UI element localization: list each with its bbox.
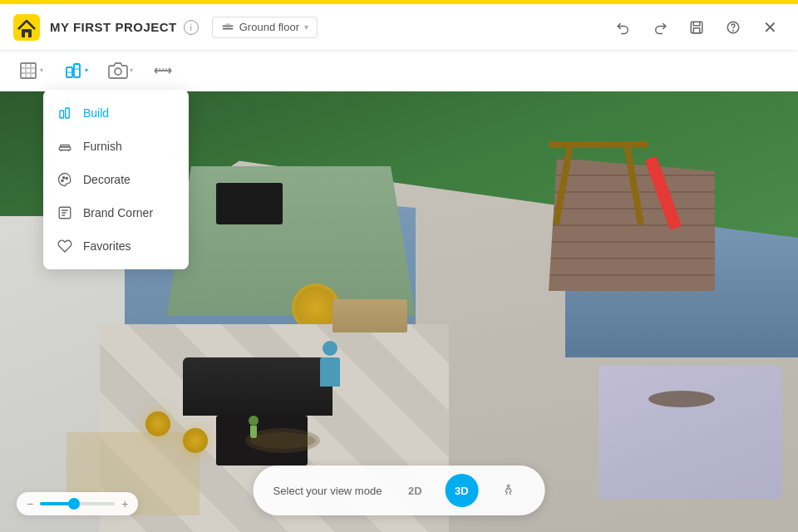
- dresser: [332, 299, 407, 332]
- header-actions: ✕: [608, 12, 785, 42]
- view-mode-bar: Select your view mode 2D 3D: [254, 466, 545, 515]
- pendant-light-1: [145, 411, 170, 436]
- menu-item-furnish[interactable]: Furnish: [43, 130, 189, 163]
- save-button[interactable]: [682, 12, 712, 42]
- decorate-icon: [57, 171, 73, 188]
- brand-icon: [57, 204, 73, 221]
- view-walk-button[interactable]: [491, 474, 525, 507]
- sofa: [183, 357, 332, 416]
- bedroom-fan: [648, 391, 715, 407]
- zoom-thumb[interactable]: [68, 498, 80, 510]
- svg-point-11: [115, 68, 121, 75]
- zoom-in-icon[interactable]: +: [121, 497, 128, 510]
- project-title: MY FIRST PROJECT: [50, 20, 177, 34]
- menu-furnish-label: Furnish: [83, 140, 122, 153]
- playground: [549, 141, 648, 249]
- menu-build-label: Build: [83, 106, 109, 120]
- pendant-light-2: [183, 428, 208, 453]
- svg-rect-15: [61, 145, 70, 147]
- favorites-icon: [57, 238, 73, 254]
- furnish-icon: [57, 138, 73, 155]
- menu-item-build[interactable]: Build: [43, 96, 189, 130]
- view-2d-button[interactable]: 2D: [398, 474, 431, 507]
- view-3d-button[interactable]: 3D: [445, 474, 478, 507]
- svg-point-18: [66, 177, 67, 179]
- svg-rect-2: [25, 32, 28, 37]
- build-chevron: ▾: [85, 66, 88, 74]
- floor-label: Ground floor: [239, 21, 299, 33]
- help-button[interactable]: [718, 12, 748, 42]
- zoom-out-icon[interactable]: −: [27, 497, 33, 510]
- svg-point-20: [507, 485, 510, 487]
- info-button[interactable]: i: [184, 20, 199, 35]
- menu-item-brand-corner[interactable]: Brand Corner: [43, 196, 189, 229]
- zoom-controls: − +: [17, 492, 138, 515]
- plant: [245, 416, 262, 436]
- menu-brand-label: Brand Corner: [83, 206, 153, 219]
- svg-point-17: [62, 177, 64, 179]
- build-icon: [57, 105, 73, 121]
- floorplan-chevron: ▾: [40, 66, 43, 74]
- camera-chevron: ▾: [130, 66, 133, 74]
- close-button[interactable]: ✕: [755, 12, 785, 42]
- menu-favorites-label: Favorites: [83, 239, 131, 253]
- svg-point-7: [733, 30, 734, 31]
- bedroom: [598, 366, 781, 499]
- chevron-down-icon: ▾: [304, 22, 308, 32]
- zoom-slider[interactable]: [40, 502, 115, 505]
- mirror: [295, 287, 337, 328]
- header: MY FIRST PROJECT i Ground floor ▾: [0, 4, 798, 50]
- toolbar-measure[interactable]: [145, 56, 181, 86]
- floor-selector[interactable]: Ground floor ▾: [212, 17, 318, 38]
- view-mode-label: Select your view mode: [273, 485, 382, 497]
- zoom-track: [40, 502, 70, 505]
- svg-rect-13: [66, 108, 70, 118]
- tv-screen: [216, 183, 283, 224]
- menu-decorate-label: Decorate: [83, 173, 131, 186]
- app-logo: [13, 14, 40, 41]
- svg-point-16: [62, 180, 63, 181]
- person: [320, 341, 340, 387]
- back-wall-center: [166, 166, 416, 316]
- toolbar-floorplan[interactable]: ▾: [10, 56, 52, 86]
- toolbar: ▾ ▾ ▾: [0, 50, 798, 91]
- svg-rect-12: [60, 111, 64, 118]
- dropdown-menu: Build Furnish Decorate: [43, 90, 189, 269]
- menu-item-decorate[interactable]: Decorate: [43, 163, 189, 196]
- svg-rect-10: [74, 64, 80, 77]
- svg-rect-8: [21, 63, 36, 78]
- redo-button[interactable]: [645, 12, 675, 42]
- toolbar-build[interactable]: ▾: [55, 56, 96, 86]
- svg-rect-4: [222, 27, 233, 29]
- menu-item-favorites[interactable]: Favorites: [43, 229, 189, 263]
- undo-button[interactable]: [608, 12, 638, 42]
- toolbar-camera[interactable]: ▾: [100, 56, 141, 86]
- top-accent-bar: [0, 0, 798, 4]
